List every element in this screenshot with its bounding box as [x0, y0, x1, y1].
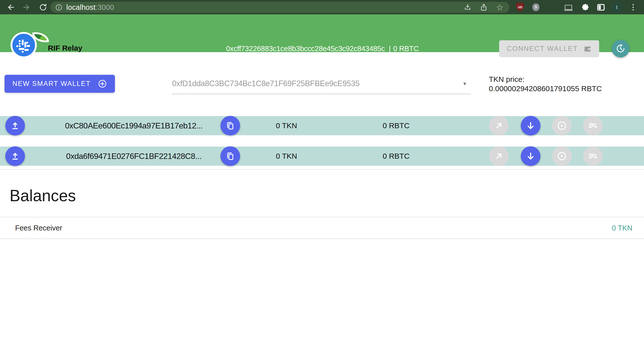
reload-icon[interactable] [39, 3, 47, 11]
balances-title: Balances [10, 186, 76, 205]
wallet-rbtc-balance: 0 RBTC [368, 116, 424, 135]
copy-address-button[interactable] [220, 146, 240, 166]
copy-address-button[interactable] [220, 116, 240, 135]
logo-dots-pattern [13, 34, 36, 57]
install-app-icon[interactable] [464, 3, 472, 11]
app-header: RIF Relay 0xcff73226883c1ce8b3bccc28e45c… [0, 14, 644, 52]
share-icon[interactable] [480, 3, 488, 11]
header-account-address: 0xcff73226883c1ce8b3bccc28e45c3c92c84348… [226, 45, 385, 53]
wallet-rbtc-balance: 0 RBTC [368, 147, 424, 166]
extensions-puzzle-icon[interactable] [581, 3, 589, 12]
rows-divider [0, 169, 644, 170]
copy-icon [226, 151, 235, 161]
arrow-down-icon [525, 151, 536, 161]
arrow-up-right-icon [494, 151, 504, 161]
copy-icon [226, 121, 235, 130]
wallet-address: 0xda6f69471E0276FC1BF221428C8... [58, 147, 209, 166]
account-separator: | [389, 45, 391, 53]
url-text: localhost:3000 [66, 3, 114, 12]
surfshark-label: S [534, 5, 537, 10]
manage-search-icon [588, 151, 598, 161]
new-smart-wallet-button[interactable]: NEW SMART WALLET [5, 75, 115, 93]
history-refresh-icon [616, 44, 626, 54]
receive-button[interactable] [521, 116, 540, 135]
manage-search-icon [588, 120, 598, 131]
transfer-button[interactable] [489, 116, 509, 135]
back-icon[interactable] [7, 3, 15, 12]
url-host: localhost [66, 3, 95, 11]
upload-icon [10, 151, 20, 161]
rif-relay-logo [11, 31, 46, 63]
token-dropdown-value: 0xfD1dda8C3BC734Bc1C8e71F69F25BFBEe9cE95… [172, 79, 360, 88]
app-name: RIF Relay [48, 44, 82, 52]
wallet-icon [584, 45, 592, 53]
url-bar[interactable]: localhost:3000 ☆ [50, 2, 509, 13]
transfer-button[interactable] [489, 146, 509, 166]
execute-button[interactable] [552, 116, 572, 135]
surfshark-extension-icon[interactable]: S [532, 3, 539, 11]
site-info-icon[interactable] [55, 4, 63, 11]
fees-row-bottom-divider [0, 239, 644, 239]
add-circle-icon [98, 79, 107, 88]
profile-avatar[interactable]: I [611, 2, 622, 13]
deploy-upload-button[interactable] [5, 146, 25, 166]
token-price-value: 0.00000294208601791055 RBTC [489, 84, 630, 93]
refresh-button[interactable] [612, 40, 629, 57]
connect-wallet-button[interactable]: CONNECT WALLET [499, 40, 599, 57]
browser-menu-icon[interactable] [633, 4, 634, 10]
token-address-dropdown[interactable]: 0xfD1dda8C3BC734Bc1C8e71F69F25BFBEe9cE95… [172, 76, 471, 94]
browser-toolbar: localhost:3000 ☆ UO S I [0, 0, 644, 14]
smart-wallet-row: 0xC80AEe600Ec1994a97E1B17eb12... 0 TKN 0… [0, 116, 644, 135]
token-price: TKN price: 0.00000294208601791055 RBTC [489, 75, 630, 93]
chevron-down-icon: ▼ [462, 81, 467, 87]
arrow-down-icon [525, 120, 536, 131]
receive-button[interactable] [521, 146, 540, 166]
inspect-transactions-button[interactable] [583, 146, 603, 166]
bookmark-star-icon[interactable]: ☆ [496, 3, 503, 12]
wallet-token-balance: 0 TKN [261, 116, 312, 135]
url-port: :3000 [95, 3, 114, 11]
inspect-transactions-button[interactable] [583, 116, 603, 135]
wallet-token-balance: 0 TKN [261, 147, 312, 166]
fees-receiver-row: Fees Receiver 0 TKN [0, 217, 644, 239]
header-account-balance: 0 RBTC [393, 45, 418, 53]
wallet-address: 0xC80AEe600Ec1994a97E1B17eb12... [58, 116, 209, 135]
ublock-label: UO [518, 6, 522, 9]
profile-initial: I [616, 4, 618, 10]
play-circle-icon [557, 120, 567, 131]
fees-receiver-value: 0 TKN [612, 224, 632, 232]
token-price-label: TKN price: [489, 75, 630, 84]
header-account: 0xcff73226883c1ce8b3bccc28e45c3c92c84348… [226, 45, 419, 53]
sidebar-toggle-icon[interactable] [596, 3, 605, 12]
connect-wallet-label: CONNECT WALLET [507, 45, 578, 53]
forward-icon[interactable] [22, 3, 30, 12]
smart-wallet-row: 0xda6f69471E0276FC1BF221428C8... 0 TKN 0… [0, 147, 644, 166]
execute-button[interactable] [552, 146, 572, 166]
deploy-upload-button[interactable] [5, 116, 25, 135]
play-circle-icon [557, 151, 567, 161]
laptop-extension-icon[interactable] [565, 5, 572, 10]
ublock-extension-icon[interactable]: UO [516, 3, 524, 12]
upload-icon [10, 121, 20, 131]
arrow-up-right-icon [494, 121, 504, 131]
new-smart-wallet-label: NEW SMART WALLET [12, 80, 91, 88]
fees-receiver-label: Fees Receiver [15, 224, 62, 232]
